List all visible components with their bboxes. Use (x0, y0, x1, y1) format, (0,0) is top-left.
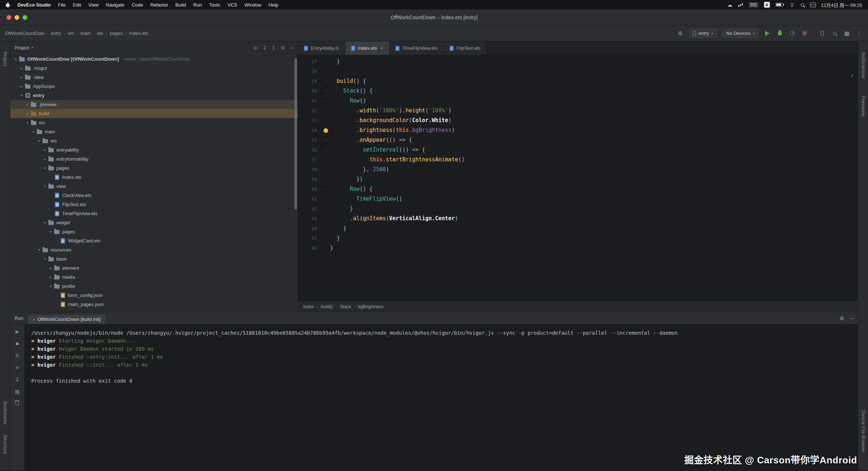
stop-process-button[interactable]: ■ (14, 340, 21, 347)
tree-row[interactable]: ▸build (10, 109, 298, 118)
breadcrumb-item[interactable]: main (80, 31, 91, 36)
editor-breadcrumb-item[interactable]: Stack (340, 304, 351, 309)
editor-tab-fliptext-ets[interactable]: FlipText.ets (444, 41, 487, 55)
gutter-line-number[interactable]: 37 (298, 155, 321, 165)
scroll-to-end-button[interactable]: ↧ (14, 376, 21, 383)
editor-tab-entryability-ts[interactable]: EntryAbility.ts (298, 41, 345, 55)
tree-row[interactable]: ▾profile (10, 282, 298, 291)
gutter-line-number[interactable]: 29 (298, 76, 321, 86)
intention-bulb-icon[interactable] (324, 128, 328, 133)
tree-row[interactable]: ▸.preview (10, 100, 298, 109)
tree-row[interactable]: main_pages.json (10, 300, 298, 309)
fold-indicator[interactable]: − (321, 76, 330, 86)
battery-icon[interactable] (776, 3, 783, 7)
minimize-panel-icon[interactable]: ─ (850, 315, 853, 321)
tool-button-structure[interactable]: Structure (3, 435, 8, 454)
debug-button[interactable] (776, 30, 783, 37)
tree-row[interactable]: ▸entryformability (10, 154, 298, 164)
wifi-icon[interactable] (789, 3, 795, 7)
control-center-icon[interactable] (810, 3, 815, 7)
tree-row[interactable]: ClockView.ets (10, 191, 298, 200)
run-console[interactable]: /Users/zhangyu/nodejs/bin/node /Users/zh… (25, 325, 858, 470)
chevron-icon[interactable]: ▾ (48, 284, 53, 288)
menu-item-file[interactable]: File (58, 2, 66, 8)
editor-breadcrumb-item[interactable]: build() (321, 304, 333, 309)
breadcrumb-item[interactable]: Index.ets (129, 31, 148, 36)
hide-panel-icon[interactable]: ─ (290, 45, 293, 51)
menu-item-view[interactable]: View (88, 2, 99, 8)
collapse-icon[interactable]: ↥ (272, 45, 276, 51)
tree-row[interactable]: ▾OffWorkCountDow [OffWorkCountDown]~/wor… (10, 55, 298, 64)
soft-wrap-button[interactable]: ≡ (14, 364, 21, 371)
chevron-icon[interactable]: ▸ (19, 84, 24, 88)
tree-row[interactable]: ▸.idea (10, 73, 298, 82)
breadcrumb-item[interactable]: OffWorkCountDow (5, 31, 44, 36)
gutter-line-number[interactable]: 34 (298, 125, 321, 135)
tree-row[interactable]: ▾src (10, 118, 298, 127)
menu-item-vcs[interactable]: VCS (228, 2, 237, 8)
tree-row[interactable]: ▾ets (10, 136, 298, 145)
tree-row[interactable]: ▾main (10, 127, 298, 136)
device-manager-button[interactable] (819, 30, 826, 37)
tool-button-device-file-browser[interactable]: Device File Browser (861, 410, 866, 452)
tree-row[interactable]: form_config.json (10, 291, 298, 300)
fold-indicator[interactable]: − (321, 86, 330, 96)
layout-button[interactable]: ▦ (843, 30, 851, 37)
tree-row[interactable]: FlipText.ets (10, 200, 298, 209)
input-source-icon[interactable]: A (764, 2, 770, 8)
stats-icon[interactable] (738, 3, 743, 7)
spotlight-search-icon[interactable] (801, 3, 804, 7)
menu-item-run[interactable]: Run (193, 2, 202, 8)
gutter-line-number[interactable]: 31 (298, 96, 321, 106)
editor-breadcrumb-item[interactable]: Index (303, 304, 314, 309)
menu-item-code[interactable]: Code (132, 2, 143, 8)
gutter-line-number[interactable]: 44 (298, 224, 321, 233)
tree-row[interactable]: ▸.hvigor (10, 64, 298, 73)
code-editor[interactable]: 27 }2829− build() {30− Stack() {31− Row(… (298, 55, 858, 301)
fold-indicator[interactable]: − (321, 135, 330, 145)
fold-indicator[interactable]: − (321, 145, 330, 155)
more-actions-button[interactable]: ⋮ (856, 30, 863, 37)
editor-breadcrumb-item[interactable]: bgBrightness (358, 304, 383, 309)
restart-build-button[interactable]: ↻ (14, 352, 21, 359)
search-everywhere-button[interactable] (831, 30, 838, 37)
gutter-line-number[interactable]: 38 (298, 165, 321, 174)
chevron-icon[interactable]: ▾ (48, 230, 53, 234)
tree-row[interactable]: ▾view (10, 182, 298, 191)
zoom-window-button[interactable] (23, 15, 27, 20)
tree-row[interactable]: ▾base (10, 254, 298, 263)
fold-indicator[interactable]: − (321, 184, 330, 194)
tree-row[interactable]: ▸entryability (10, 145, 298, 154)
breadcrumb-item[interactable]: ets (97, 31, 103, 36)
menu-item-build[interactable]: Build (176, 2, 186, 8)
menu-item-edit[interactable]: Edit (73, 2, 81, 8)
sync-icon[interactable]: ⚙ (677, 30, 684, 37)
apple-menu-icon[interactable] (6, 3, 10, 7)
menu-item-help[interactable]: Help (269, 2, 278, 8)
cloud-icon[interactable]: ☁ (728, 2, 732, 8)
chevron-icon[interactable]: ▾ (42, 166, 48, 170)
gutter-line-number[interactable]: 43 (298, 214, 321, 224)
menu-item-tools[interactable]: Tools (209, 2, 220, 8)
minimize-window-button[interactable] (15, 15, 19, 20)
tool-button-project[interactable]: Project (3, 52, 8, 67)
chevron-icon[interactable]: ▸ (25, 102, 30, 106)
clear-console-button[interactable] (14, 400, 21, 407)
tree-row[interactable]: ▸AppScope (10, 82, 298, 91)
tree-row[interactable]: ▾resources (10, 245, 298, 254)
chevron-icon[interactable]: ▾ (36, 248, 42, 252)
menu-item-refactor[interactable]: Refactor (150, 2, 168, 8)
gutter-line-number[interactable]: 40 (298, 184, 321, 194)
profiler-button[interactable] (788, 30, 796, 37)
locate-file-icon[interactable]: ◎ (253, 45, 257, 51)
breadcrumb-item[interactable]: src (68, 31, 74, 36)
chevron-icon[interactable]: ▸ (42, 157, 48, 161)
gear-icon[interactable]: ⚙ (281, 45, 285, 51)
gutter-line-number[interactable]: 32 (298, 106, 321, 116)
tool-button-bookmarks[interactable]: Bookmarks (3, 401, 8, 425)
chevron-icon[interactable]: ▸ (25, 112, 30, 116)
tree-row[interactable]: ▸element (10, 263, 298, 273)
print-button[interactable]: ▤ (14, 388, 21, 395)
gear-icon[interactable]: ⚙ (840, 315, 844, 321)
chevron-icon[interactable]: ▾ (42, 184, 48, 188)
